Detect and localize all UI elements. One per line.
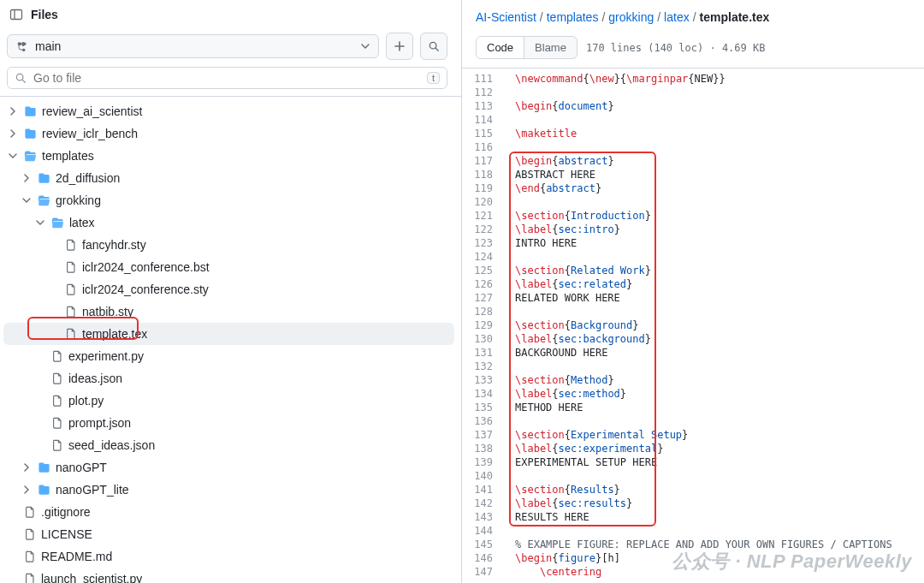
tree-file[interactable]: natbib.sty xyxy=(3,300,454,323)
code-line[interactable]: 111\newcommand{\new}{\marginpar{NEW}} xyxy=(462,72,924,86)
tree-file[interactable]: LICENSE xyxy=(3,523,454,545)
add-file-button[interactable] xyxy=(386,33,413,60)
breadcrumb-link[interactable]: AI-Scientist xyxy=(476,10,536,24)
tree-file[interactable]: seed_ideas.json xyxy=(3,434,454,456)
tree-folder[interactable]: 2d_diffusion xyxy=(3,167,454,189)
line-number: 146 xyxy=(462,551,505,565)
chevron-icon[interactable] xyxy=(21,194,33,206)
tree-file[interactable]: fancyhdr.sty xyxy=(3,234,454,256)
code-line[interactable]: 136 xyxy=(462,414,924,428)
chevron-icon[interactable] xyxy=(21,461,33,473)
tree-folder[interactable]: grokking xyxy=(3,189,454,211)
code-line[interactable]: 139EXPERIMENTAL SETUP HERE xyxy=(462,455,924,469)
line-number: 129 xyxy=(462,318,505,332)
code-line[interactable]: 118ABSTRACT HERE xyxy=(462,168,924,181)
code-content xyxy=(505,305,924,318)
line-number: 115 xyxy=(462,127,505,140)
file-icon xyxy=(65,283,77,295)
file-tree[interactable]: review_ai_scientistreview_iclr_benchtemp… xyxy=(0,96,461,583)
tree-folder[interactable]: templates xyxy=(3,145,454,167)
code-content: \label{sec:intro} xyxy=(505,223,924,236)
chevron-icon[interactable] xyxy=(7,128,19,140)
tree-file[interactable]: README.md xyxy=(3,545,454,568)
tree-file[interactable]: prompt.json xyxy=(3,412,454,434)
code-line[interactable]: 129\section{Background} xyxy=(462,318,924,332)
code-area[interactable]: 111\newcommand{\new}{\marginpar{NEW}}112… xyxy=(462,68,924,583)
code-line[interactable]: 132 xyxy=(462,360,924,373)
tree-file[interactable]: iclr2024_conference.sty xyxy=(3,278,454,300)
tree-file[interactable]: plot.py xyxy=(3,390,454,412)
code-line[interactable]: 114 xyxy=(462,113,924,127)
code-line[interactable]: 133\section{Method} xyxy=(462,373,924,387)
code-line[interactable]: 119\end{abstract} xyxy=(462,181,924,195)
code-line[interactable]: 120 xyxy=(462,195,924,209)
tree-file[interactable]: template.tex xyxy=(3,323,454,345)
tree-file[interactable]: iclr2024_conference.bst xyxy=(3,256,454,278)
tree-folder[interactable]: review_ai_scientist xyxy=(3,100,454,122)
code-line[interactable]: 130\label{sec:background} xyxy=(462,332,924,346)
code-line[interactable]: 131BACKGROUND HERE xyxy=(462,346,924,360)
tree-file[interactable]: ideas.json xyxy=(3,367,454,390)
tab-blame[interactable]: Blame xyxy=(524,37,577,58)
tree-folder[interactable]: nanoGPT_lite xyxy=(3,479,454,501)
code-content xyxy=(505,86,924,99)
code-line[interactable]: 137\section{Experimental Setup} xyxy=(462,428,924,442)
code-line[interactable]: 127RELATED WORK HERE xyxy=(462,291,924,305)
tree-item-label: review_ai_scientist xyxy=(42,104,143,118)
code-line[interactable]: 142\label{sec:results} xyxy=(462,497,924,510)
chevron-icon[interactable] xyxy=(21,484,33,496)
code-line[interactable]: 135METHOD HERE xyxy=(462,401,924,414)
search-button[interactable] xyxy=(420,33,447,60)
chevron-icon[interactable] xyxy=(34,217,46,229)
tree-item-label: latex xyxy=(69,216,95,229)
chevron-icon[interactable] xyxy=(7,150,19,162)
tree-folder[interactable]: latex xyxy=(3,211,454,234)
code-line[interactable]: 121\section{Introduction} xyxy=(462,209,924,223)
code-line[interactable]: 122\label{sec:intro} xyxy=(462,223,924,236)
code-line[interactable]: 125\section{Related Work} xyxy=(462,264,924,277)
code-line[interactable]: 144 xyxy=(462,524,924,538)
tree-folder[interactable]: review_iclr_bench xyxy=(3,122,454,145)
file-filter-input[interactable] xyxy=(33,71,420,85)
branch-select[interactable]: main xyxy=(7,34,379,58)
chevron-icon[interactable] xyxy=(21,172,33,184)
tree-file[interactable]: experiment.py xyxy=(3,345,454,367)
code-line[interactable]: 126\label{sec:related} xyxy=(462,277,924,291)
files-header: Files xyxy=(0,0,461,33)
tree-folder[interactable]: nanoGPT xyxy=(3,456,454,479)
breadcrumb-link[interactable]: grokking xyxy=(608,10,654,24)
tree-item-label: .gitignore xyxy=(41,505,91,519)
svg-line-5 xyxy=(22,80,25,82)
tree-file[interactable]: launch_scientist.py xyxy=(3,568,454,583)
line-number: 128 xyxy=(462,305,505,318)
code-line[interactable]: 141\section{Results} xyxy=(462,483,924,497)
code-line[interactable]: 147 \centering xyxy=(462,565,924,579)
code-line[interactable]: 138\label{sec:experimental} xyxy=(462,442,924,455)
file-view-pane: AI-Scientist / templates / grokking / la… xyxy=(462,0,924,583)
tab-code[interactable]: Code xyxy=(477,37,524,58)
code-line[interactable]: 124 xyxy=(462,250,924,264)
code-line[interactable]: 128 xyxy=(462,305,924,318)
code-line[interactable]: 143RESULTS HERE xyxy=(462,510,924,524)
code-line[interactable]: 123INTRO HERE xyxy=(462,236,924,250)
code-line[interactable]: 117\begin{abstract} xyxy=(462,154,924,168)
tree-file[interactable]: .gitignore xyxy=(3,501,454,523)
breadcrumb-link[interactable]: templates xyxy=(547,10,599,24)
code-content: \section{Introduction} xyxy=(505,209,924,223)
code-line[interactable]: 112 xyxy=(462,86,924,99)
code-line[interactable]: 115\maketitle xyxy=(462,127,924,140)
breadcrumb-separator: / xyxy=(540,10,543,24)
breadcrumb-current: template.tex xyxy=(700,10,770,24)
code-line[interactable]: 134\label{sec:method} xyxy=(462,387,924,401)
code-line[interactable]: 140 xyxy=(462,469,924,483)
file-filter[interactable]: t xyxy=(7,67,447,89)
code-line[interactable]: 113\begin{document} xyxy=(462,99,924,113)
code-line[interactable]: 116 xyxy=(462,140,924,154)
tree-item-label: seed_ideas.json xyxy=(68,438,155,452)
code-line[interactable]: 146\begin{figure}[h] xyxy=(462,551,924,565)
code-content xyxy=(505,113,924,127)
breadcrumb-link[interactable]: latex xyxy=(664,10,690,24)
chevron-icon[interactable] xyxy=(7,105,19,117)
panel-collapse-icon[interactable] xyxy=(9,7,24,22)
code-line[interactable]: 145% EXAMPLE FIGURE: REPLACE AND ADD YOU… xyxy=(462,538,924,551)
